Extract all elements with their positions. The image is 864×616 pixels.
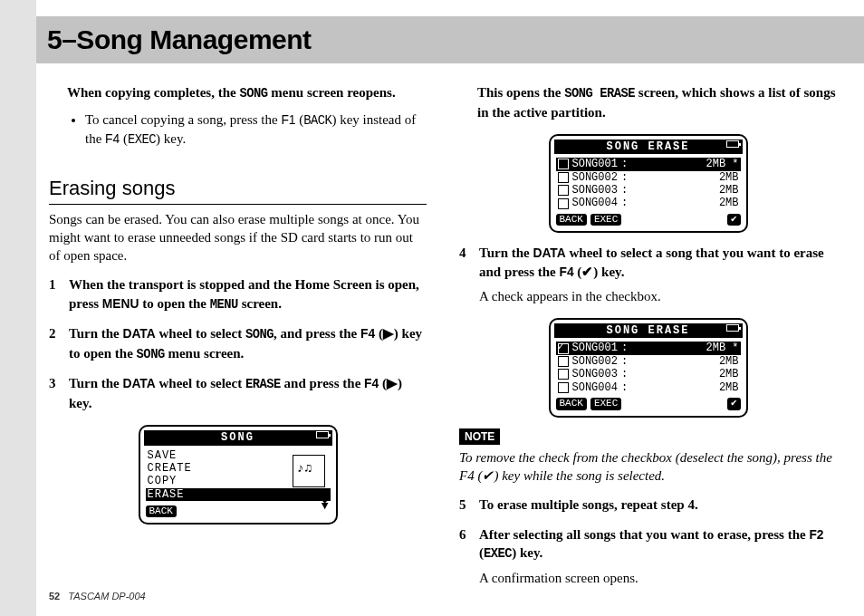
- text: wheel to select: [156, 376, 245, 390]
- key-data: DATA: [122, 377, 155, 390]
- inline-mono: EXEC: [128, 133, 156, 147]
- step-6-sub: A confirmation screen opens.: [479, 569, 837, 587]
- inline-mono: SONG: [239, 87, 267, 101]
- step-1: When the transport is stopped and the Ho…: [49, 275, 427, 313]
- text: to open the: [139, 296, 209, 311]
- chapter-title-band: 5–Song Management: [36, 16, 864, 63]
- lcd-title-text: SONG: [221, 431, 254, 444]
- checkbox-icon: [558, 356, 569, 367]
- checkbox-icon: [558, 198, 569, 209]
- lcd-check-button: ✔: [727, 214, 741, 226]
- inline-mono: SONG ERASE: [564, 87, 635, 101]
- text: menu screen reopens.: [268, 85, 396, 100]
- key-data: DATA: [122, 327, 155, 341]
- step-3: Turn the DATA wheel to select ERASE and …: [49, 374, 427, 412]
- step-4-sub: A check appears in the checkbox.: [479, 287, 837, 305]
- erasing-intro: Songs can be erased. You can also erase …: [49, 210, 427, 265]
- step-6: After selecting all songs that you want …: [459, 525, 837, 588]
- battery-icon: [316, 431, 329, 438]
- music-note-icon: [293, 455, 325, 487]
- lcd-song-row: SONG003 :2MB: [556, 368, 741, 380]
- song-name: SONG001: [572, 158, 618, 170]
- page-number: 52: [49, 591, 60, 602]
- text: key.: [160, 131, 186, 146]
- lcd-song-row: SONG004 :2MB: [556, 381, 741, 394]
- text: and press the: [281, 376, 364, 390]
- song-name: SONG003: [572, 184, 618, 197]
- lcd-check-button: ✔: [727, 398, 741, 409]
- lcd-back-button: BACK: [556, 214, 587, 226]
- key-f4: F4: [560, 265, 574, 279]
- lcd-song-row: SONG004 :2MB: [556, 197, 741, 209]
- text: Turn the: [479, 245, 533, 260]
- key-menu: MENU: [102, 297, 139, 311]
- song-size: 2MB *: [706, 158, 738, 170]
- lcd-song-row: SONG002 :2MB: [556, 171, 741, 184]
- song-size: 2MB: [719, 171, 739, 184]
- checkbox-icon: [558, 382, 569, 393]
- checkbox-icon: [558, 343, 569, 354]
- page-side-bar: [0, 0, 36, 616]
- text: (: [296, 112, 304, 127]
- song-name: SONG003: [572, 368, 618, 380]
- lcd-back-button: BACK: [146, 505, 177, 517]
- cancel-copy-bullet: To cancel copying a song, press the F1 (…: [85, 111, 427, 149]
- text: (✔) key.: [574, 265, 625, 279]
- text: When copying completes, the: [67, 85, 239, 100]
- text: menu screen.: [165, 346, 245, 361]
- lcd-body: ▲◆▼ SAVECREATECOPYERASE: [146, 449, 331, 502]
- erase-steps-left: When the transport is stopped and the Ho…: [49, 275, 427, 412]
- song-size: 2MB: [719, 381, 739, 394]
- step-2: Turn the DATA wheel to select SONG, and …: [49, 324, 427, 363]
- song-size: 2MB *: [706, 342, 738, 354]
- content-columns: When copying completes, the SONG menu sc…: [49, 78, 837, 580]
- lcd-title-bar: SONG: [144, 430, 332, 445]
- left-column: When copying completes, the SONG menu sc…: [49, 78, 427, 580]
- scroll-indicator-icon: ▲◆▼: [322, 489, 329, 510]
- checkbox-icon: [558, 185, 569, 196]
- right-column: This opens the SONG ERASE screen, which …: [459, 78, 837, 580]
- song-name: SONG001: [572, 342, 618, 354]
- lcd-footer: BACK EXEC ✔: [556, 214, 741, 226]
- text: screen.: [238, 296, 282, 311]
- note-body: To remove the check from the checkbox (d…: [459, 448, 837, 486]
- key-f2: F2: [809, 528, 823, 542]
- text: (: [120, 131, 128, 146]
- text: Turn the: [69, 376, 122, 390]
- lcd-exec-button: EXEC: [590, 398, 621, 409]
- song-name: SONG004: [572, 197, 618, 209]
- text: wheel to select: [156, 326, 245, 341]
- lcd-menu-item: ERASE: [146, 488, 331, 501]
- key-f4: F4: [364, 377, 379, 390]
- text: This opens the: [477, 85, 564, 100]
- step-4: Turn the DATA wheel to select a song tha…: [459, 244, 837, 305]
- lcd-song-erase-unchecked: SONG ERASE SONG001 :2MB * SONG002 :2MB S…: [549, 134, 748, 234]
- copy-complete-note: When copying completes, the SONG menu sc…: [67, 83, 427, 103]
- key-f4: F4: [105, 132, 120, 146]
- erasing-songs-heading: Erasing songs: [49, 175, 427, 205]
- text: After selecting all songs that you want …: [479, 527, 809, 542]
- text: Turn the: [69, 326, 122, 341]
- lcd-title-text: SONG ERASE: [606, 140, 689, 153]
- lcd-song-row: SONG001 :2MB *: [556, 342, 741, 354]
- checkbox-icon: [558, 172, 569, 183]
- lcd-song-row: SONG003 :2MB: [556, 184, 741, 197]
- song-name: SONG002: [572, 355, 618, 368]
- song-size: 2MB: [719, 355, 739, 368]
- inline-mono: SONG: [245, 328, 274, 342]
- note-block: NOTE To remove the check from the checkb…: [459, 427, 837, 486]
- checkbox-icon: [558, 369, 569, 380]
- chapter-title: 5–Song Management: [47, 22, 312, 59]
- erase-steps-right-2: To erase multiple songs, repeat step 4. …: [459, 496, 837, 587]
- battery-icon: [726, 140, 739, 148]
- step-5: To erase multiple songs, repeat step 4.: [459, 496, 837, 514]
- manual-page: 5–Song Management When copying completes…: [0, 0, 864, 616]
- song-name: SONG002: [572, 171, 618, 184]
- lcd-footer: BACK: [146, 505, 331, 517]
- inline-mono: MENU: [210, 298, 238, 312]
- key-f4: F4: [360, 327, 375, 341]
- lcd-body: SONG001 :2MB * SONG002 :2MB SONG003 :2MB…: [556, 158, 741, 210]
- inline-mono: SONG: [137, 348, 165, 361]
- lcd-exec-button: EXEC: [590, 214, 621, 226]
- battery-icon: [726, 324, 739, 332]
